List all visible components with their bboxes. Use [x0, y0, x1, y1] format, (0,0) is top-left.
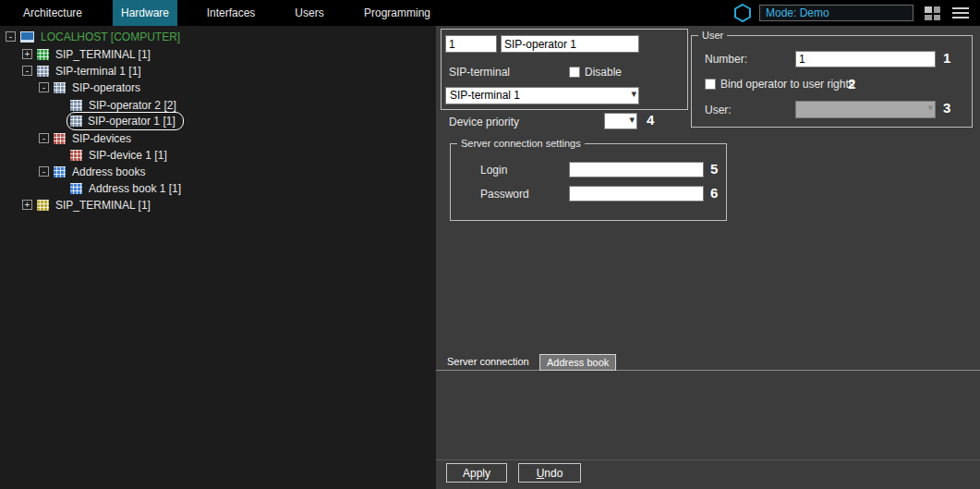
tree-item-label[interactable]: SIP_TERMINAL [1] [55, 48, 151, 61]
terminal-icon [37, 66, 49, 77]
tab-address-book[interactable]: Address book [539, 354, 616, 371]
tree-item-label[interactable]: SIP-operator 2 [2] [89, 99, 176, 112]
tree-item-label[interactable]: SIP-operator 1 [1] [88, 115, 175, 128]
user-select[interactable]: ▾ [795, 101, 936, 118]
tab-interfaces[interactable]: Interfaces [188, 0, 274, 26]
tree-item-label[interactable]: SIP-device 1 [1] [89, 149, 167, 162]
operator-name-field[interactable] [501, 35, 639, 53]
chevron-down-icon: ▾ [629, 114, 635, 126]
tree-item-sip-devices[interactable]: - SIP-devices [0, 130, 436, 147]
operator-icon [70, 116, 82, 127]
address-book-icon [70, 183, 82, 194]
number-field[interactable] [795, 51, 936, 67]
app-window: Architecture Hardware Interfaces Users P… [0, 0, 980, 489]
terminal-yellow-icon [37, 200, 49, 211]
tree-item-label[interactable]: SIP-terminal 1 [1] [55, 65, 141, 78]
devices-folder-icon [54, 133, 66, 144]
server-connection-settings-group: Server connection settings [450, 143, 727, 221]
device-icon [70, 150, 82, 161]
expand-icon[interactable]: + [22, 49, 32, 59]
operators-folder-icon [54, 82, 66, 93]
tree-item-sip-operator-1-selected[interactable]: SIP-operator 1 [1] [0, 114, 436, 130]
number-label: Number: [705, 53, 747, 66]
collapse-icon[interactable]: - [22, 66, 32, 76]
address-books-icon [54, 166, 66, 177]
collapse-icon[interactable]: - [6, 31, 16, 42]
apply-button[interactable]: Apply [446, 463, 507, 483]
callout-marker-2: 2 [848, 76, 855, 92]
terminal-select-value: SIP-terminal 1 [450, 89, 520, 102]
operator-icon [70, 100, 82, 111]
tab-users[interactable]: Users [286, 0, 333, 26]
chevron-down-icon: ▾ [631, 88, 636, 100]
callout-marker-3: 3 [943, 100, 950, 116]
disable-checkbox[interactable] [569, 67, 580, 78]
expand-icon[interactable]: + [22, 200, 32, 210]
tree-item-sip-terminal-1[interactable]: - SIP-terminal 1 [1] [0, 63, 436, 79]
tree-item-sip-terminal-yellow[interactable]: + SIP_TERMINAL [1] [0, 197, 436, 214]
computer-icon [20, 31, 34, 43]
tab-programming[interactable]: Programming [356, 0, 439, 26]
callout-marker-6: 6 [710, 185, 718, 201]
tab-hardware[interactable]: Hardware [113, 0, 177, 26]
callout-marker-1: 1 [943, 50, 950, 66]
disable-label: Disable [585, 66, 622, 79]
layout-grid-icon[interactable] [925, 6, 940, 20]
tree-item-sip-operator-2[interactable]: SIP-operator 2 [2] [0, 97, 436, 114]
user-group-title: User [698, 30, 727, 41]
undo-button-label: Undo [537, 467, 563, 480]
tree-item-address-books[interactable]: - Address books [0, 164, 436, 180]
password-field[interactable] [569, 186, 704, 202]
user-label: User: [705, 104, 732, 116]
tree-item-sip-terminal-green[interactable]: + SIP_TERMINAL [1] [0, 46, 436, 63]
chevron-down-icon: ▾ [927, 102, 933, 114]
bind-operator-label: Bind operator to user rights [720, 78, 854, 91]
apply-button-label: Apply [463, 467, 490, 480]
collapse-icon[interactable]: - [39, 166, 49, 177]
tree-item-sip-device-1[interactable]: SIP-device 1 [1] [0, 147, 436, 164]
tree-item-label[interactable]: SIP-operators [72, 81, 140, 94]
tree-item-address-book-1[interactable]: Address book 1 [1] [0, 180, 436, 197]
tree-item-label[interactable]: Address book 1 [1] [89, 182, 181, 195]
button-bar-divider [436, 459, 980, 460]
password-label: Password [480, 188, 529, 201]
hamburger-menu-icon[interactable] [952, 7, 969, 21]
terminal-select[interactable]: SIP-terminal 1 ▾ [445, 87, 639, 104]
bind-operator-checkbox[interactable] [705, 79, 716, 90]
terminal-green-icon [37, 49, 49, 60]
tree-item-label[interactable]: SIP-devices [72, 132, 131, 145]
app-logo-hexagon-icon [732, 3, 753, 23]
device-tree-panel: - LOCALHOST [COMPUTER] + SIP_TERMINAL [1… [0, 26, 436, 489]
tab-architecture[interactable]: Architecture [9, 0, 96, 26]
login-field[interactable] [569, 162, 704, 177]
mode-indicator[interactable]: Mode: Demo [759, 5, 913, 21]
tree-item-localhost[interactable]: - LOCALHOST [COMPUTER] [0, 29, 436, 45]
selected-item-outline[interactable]: SIP-operator 1 [1] [67, 112, 184, 130]
tree-item-label[interactable]: SIP_TERMINAL [1] [55, 199, 151, 212]
undo-button[interactable]: Undo [518, 463, 581, 483]
callout-marker-5: 5 [710, 161, 718, 177]
tab-server-connection[interactable]: Server connection [441, 354, 536, 371]
device-priority-select[interactable]: ▾ [604, 113, 637, 129]
server-group-title: Server connection settings [457, 138, 585, 149]
tree-item-sip-operators[interactable]: - SIP-operators [0, 79, 436, 96]
operator-id-field[interactable] [445, 35, 497, 53]
collapse-icon[interactable]: - [39, 82, 49, 92]
collapse-icon[interactable]: - [39, 133, 49, 143]
top-navigation-bar: Architecture Hardware Interfaces Users P… [0, 0, 980, 26]
device-priority-label: Device priority [449, 116, 519, 128]
callout-marker-4: 4 [647, 112, 654, 128]
detail-tab-strip: Server connection Address book [436, 354, 980, 371]
tree-item-label[interactable]: LOCALHOST [COMPUTER] [41, 31, 180, 43]
login-label: Login [480, 164, 507, 177]
tree-item-label[interactable]: Address books [72, 165, 145, 178]
sip-terminal-label: SIP-terminal [449, 66, 510, 79]
